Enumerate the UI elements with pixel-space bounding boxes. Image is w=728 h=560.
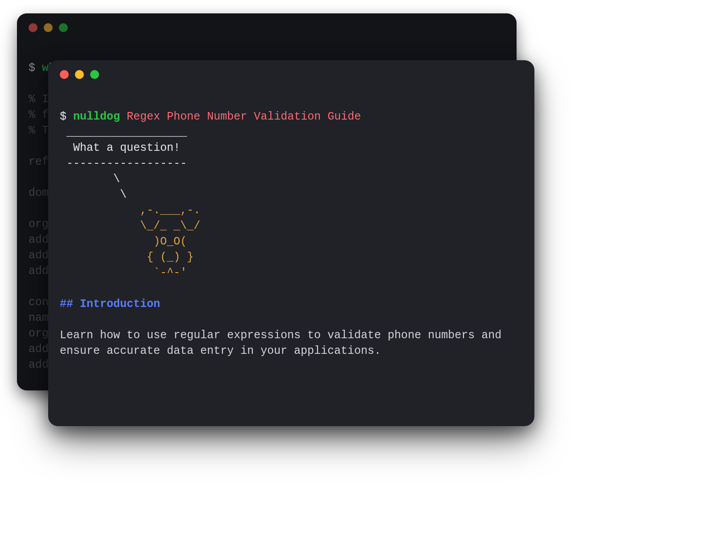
dog-icon: \_/_ _\_/ <box>60 220 200 232</box>
dog-icon: `-^-' <box>60 266 187 279</box>
speech-tail: \ <box>60 188 127 201</box>
minimize-icon[interactable] <box>75 70 84 79</box>
zoom-icon[interactable] <box>59 23 68 32</box>
dog-icon: ,-.___,-. <box>60 204 200 217</box>
traffic-lights <box>29 23 68 32</box>
close-icon[interactable] <box>60 70 69 79</box>
speech-bubble-bottom: ------------------ <box>60 157 187 170</box>
speech-tail: \ <box>60 173 120 186</box>
terminal-front-content: $ nulldog Regex Phone Number Validation … <box>60 93 523 374</box>
dog-icon: { (_) } <box>60 251 194 264</box>
speech-bubble-text: What a question! <box>60 141 180 154</box>
prompt-symbol: $ <box>29 62 35 75</box>
section-body: Learn how to use regular expressions to … <box>60 329 508 357</box>
command-name: nulldog <box>73 110 120 123</box>
minimize-icon[interactable] <box>44 23 53 32</box>
prompt-symbol: $ <box>60 110 66 123</box>
close-icon[interactable] <box>29 23 37 32</box>
traffic-lights <box>60 70 99 79</box>
terminal-window-front: $ nulldog Regex Phone Number Validation … <box>48 60 534 426</box>
dog-icon: )O_O( <box>60 235 187 248</box>
page-title: Regex Phone Number Validation Guide <box>127 110 361 123</box>
section-heading: ## Introduction <box>60 298 160 311</box>
zoom-icon[interactable] <box>90 70 99 79</box>
speech-bubble-top: __________________ <box>60 126 187 139</box>
